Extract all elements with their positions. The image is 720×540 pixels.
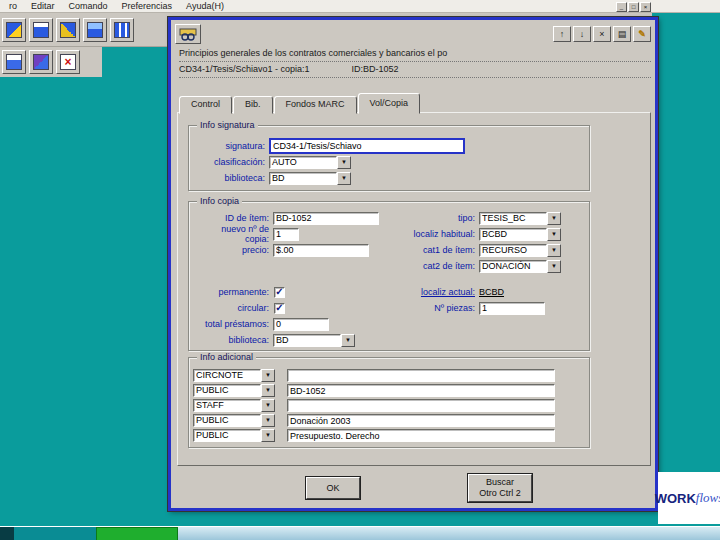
adicional-value-input-2[interactable] [287,384,555,397]
menu-preferencias[interactable]: Preferencias [115,1,180,11]
chevron-down-icon[interactable]: ▼ [547,212,561,225]
biblioteca-copia-dropdown[interactable]: BD ▼ [273,334,355,347]
chevron-down-icon[interactable]: ▼ [337,156,351,169]
toolbar-button-4[interactable] [83,18,107,42]
toolbar-button-2[interactable] [29,18,53,42]
adicional-value-input-1[interactable] [287,369,555,382]
chevron-down-icon[interactable]: ▼ [261,384,275,397]
chevron-down-icon[interactable]: ▼ [547,228,561,241]
biblioteca-sig-value: BD [269,172,337,185]
close-button[interactable]: × [640,2,651,12]
toolbar-button-8[interactable]: × [56,50,80,74]
circular-checkbox[interactable]: ✓ [274,303,285,314]
signatura-input[interactable] [269,138,465,154]
chevron-down-icon[interactable]: ▼ [337,172,351,185]
cat1-item-value: RECURSO [479,244,547,257]
info-copia-legend: Info copia [197,196,242,206]
cat2-item-dropdown[interactable]: DONACIÓN ▼ [479,260,561,273]
adicional-value-input-3[interactable] [287,399,555,412]
toolbar-button-6[interactable] [2,50,26,74]
adicional-row: PUBLIC ▼ [189,428,589,443]
tab-bib[interactable]: Bib. [233,96,273,114]
check-icon: ✓ [275,302,283,313]
chevron-down-icon[interactable]: ▼ [261,369,275,382]
chevron-down-icon[interactable]: ▼ [261,429,275,442]
tipo-value: TESIS_BC [479,212,547,225]
adicional-value-input-4[interactable] [287,414,555,427]
scroll-down-icon: ↓ [580,29,585,39]
toolbar-button-1[interactable] [2,18,26,42]
minimize-icon: _ [620,4,623,10]
list-view-button[interactable]: ▤ [613,26,631,42]
list-icon: ▤ [618,29,627,39]
buscar-line2: Otro Ctrl 2 [469,488,531,499]
taskbar-start-segment[interactable] [0,527,14,540]
item-lookup-button[interactable] [175,24,201,44]
chart-icon [33,54,49,70]
adicional-type-dropdown-2[interactable]: PUBLIC ▼ [193,384,275,397]
scroll-top-button[interactable]: ↑ [553,26,571,42]
toolbar-button-3[interactable] [56,18,80,42]
clasificacion-value: AUTO [269,156,337,169]
info-signatura-group: Info signatura signatura: clasificación:… [188,125,590,191]
window-blue-icon [33,22,49,38]
cat1-item-dropdown[interactable]: RECURSO ▼ [479,244,561,257]
chevron-down-icon[interactable]: ▼ [261,399,275,412]
precio-label: precio: [195,245,273,255]
localiz-actual-value[interactable]: BCBD [479,287,504,297]
localiz-habitual-dropdown[interactable]: BCBD ▼ [479,228,561,241]
record-subtitle: CD34-1/Tesis/Schiavo1 - copia:1ID:BD-105… [179,64,651,78]
id-item-label: ID de ítem: [195,213,273,223]
permanente-label: permanente: [195,287,273,297]
num-piezas-input[interactable] [479,302,545,315]
close-record-icon: × [599,29,604,39]
menu-comando[interactable]: Comando [62,1,115,11]
taskbar-green-button[interactable] [96,527,178,540]
cat1-item-label: cat1 de ítem: [391,245,479,255]
tab-vol-copia[interactable]: Vol/Copia [358,93,421,114]
chevron-down-icon[interactable]: ▼ [261,414,275,427]
biblioteca-sig-dropdown[interactable]: BD ▼ [269,172,351,185]
tab-strip: Control Bib. Fondos MARC Vol/Copia [179,94,421,114]
ok-button[interactable]: OK [306,477,360,499]
menu-archivo[interactable]: ro [2,1,24,11]
toolbar-button-7[interactable] [29,50,53,74]
biblioteca-copia-label: biblioteca: [195,335,273,345]
edit-record-button[interactable]: ✎ [633,26,651,42]
total-prestamos-input[interactable] [273,318,329,331]
item-modify-dialog: ↑ ↓ × ▤ ✎ Principios generales de los co… [168,17,658,511]
tipo-dropdown[interactable]: TESIS_BC ▼ [479,212,561,225]
minimize-button[interactable]: _ [616,2,627,12]
clasificacion-dropdown[interactable]: AUTO ▼ [269,156,351,169]
adicional-type-dropdown-3[interactable]: STAFF ▼ [193,399,275,412]
chevron-down-icon[interactable]: ▼ [547,260,561,273]
taskbar-teal-segment[interactable] [14,527,96,540]
adicional-row: PUBLIC ▼ [189,413,589,428]
close-record-button[interactable]: × [593,26,611,42]
menu-editar[interactable]: Editar [24,1,62,11]
tab-fondos-marc[interactable]: Fondos MARC [274,96,357,114]
adicional-row: STAFF ▼ [189,398,589,413]
adicional-type-3: STAFF [193,399,261,412]
precio-input[interactable] [273,244,369,257]
chevron-down-icon[interactable]: ▼ [341,334,355,347]
scroll-bottom-button[interactable]: ↓ [573,26,591,42]
nuevo-copia-input[interactable] [273,228,299,241]
chevron-down-icon[interactable]: ▼ [547,244,561,257]
buscar-otro-button[interactable]: Buscar Otro Ctrl 2 [468,474,532,502]
permanente-checkbox[interactable]: ✓ [274,287,285,298]
menu-ayuda[interactable]: Ayuda(H) [179,1,231,11]
adicional-value-input-5[interactable] [287,429,555,442]
toolbar-button-5[interactable] [110,18,134,42]
maximize-button[interactable]: □ [628,2,639,12]
check-icon: ✓ [275,286,283,297]
id-item-input[interactable] [273,212,379,225]
adicional-type-dropdown-4[interactable]: PUBLIC ▼ [193,414,275,427]
adicional-type-dropdown-1[interactable]: CIRCNOTE ▼ [193,369,275,382]
dialog-toolbar-right: ↑ ↓ × ▤ ✎ [553,26,651,42]
localiz-habitual-label: localiz habitual: [391,229,479,239]
info-adicional-group: Info adicional CIRCNOTE ▼ PUBLIC ▼ STAFF [188,357,590,448]
tab-control[interactable]: Control [179,96,232,114]
grid-blue-icon [6,22,22,38]
adicional-type-dropdown-5[interactable]: PUBLIC ▼ [193,429,275,442]
